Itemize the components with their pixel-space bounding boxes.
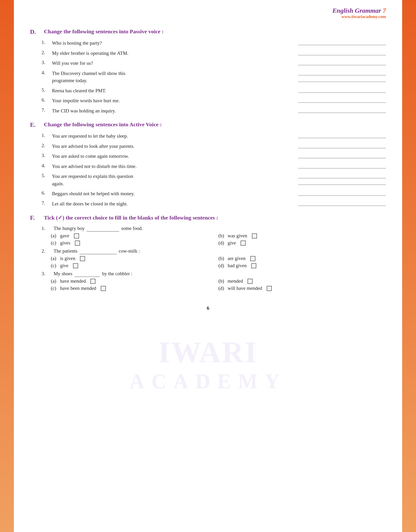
list-item: 7. The CID was holding an inquiry. — [42, 107, 386, 115]
answer-line — [298, 200, 386, 206]
option-checkbox[interactable] — [101, 286, 106, 291]
option-checkbox[interactable] — [80, 256, 85, 261]
q-text: You are requested to explain this questi… — [52, 173, 293, 187]
answer-line — [298, 87, 386, 93]
answer-lines — [298, 107, 386, 113]
answer-lines — [298, 70, 386, 82]
option-label: (c) — [51, 285, 58, 291]
option-label: (b) — [218, 256, 225, 261]
q-number: 5. — [42, 87, 52, 93]
option-text: have been mended — [60, 285, 96, 291]
q-text: You are advised to look after your paren… — [52, 143, 293, 150]
option-checkbox[interactable] — [90, 279, 95, 284]
mcq-option: (b) was given — [218, 233, 386, 239]
title-number: 7 — [383, 7, 386, 14]
mcq-q3: 3. My shoes by the cobbler : (a) have me… — [30, 271, 386, 291]
q-text: You are asked to come again tomorrow. — [52, 153, 293, 160]
option-text: was given — [228, 233, 247, 239]
answer-line — [298, 143, 386, 148]
header-title: English Grammar 7 — [30, 7, 386, 14]
q-text-part1: My shoes by the cobbler : — [54, 271, 132, 277]
option-text: give — [60, 263, 68, 269]
option-label: (a) — [51, 278, 58, 284]
q-number: 2. — [42, 143, 52, 148]
answer-line — [298, 50, 386, 55]
q-number: 2. — [42, 50, 52, 56]
q-text-part1: The hungry boy some food. — [54, 225, 143, 232]
option-checkbox[interactable] — [247, 279, 253, 284]
section-e-title: Change the following sentences into Acti… — [44, 121, 162, 128]
mcq-q1-options: (a) gave (b) was given (c) gives (d) giv… — [51, 233, 386, 246]
q-number: 7. — [42, 107, 52, 113]
option-checkbox[interactable] — [252, 233, 257, 239]
section-e-letter: E. — [30, 121, 39, 128]
answer-lines — [298, 200, 386, 206]
q-text: The Discovery channel will show this pro… — [52, 70, 293, 84]
q-number: 7. — [42, 200, 52, 206]
option-checkbox[interactable] — [251, 263, 256, 268]
blank-field — [75, 271, 100, 277]
mcq-q3-text: 3. My shoes by the cobbler : — [42, 271, 386, 277]
option-text: have mended — [60, 278, 86, 284]
q-number: 3. — [42, 271, 51, 277]
q-text: Beggars should not be helped with money. — [52, 190, 293, 198]
option-text: gave — [60, 233, 69, 239]
page-content: English Grammar 7 www.tiwariacademy.com … — [16, 0, 400, 532]
answer-lines — [298, 87, 386, 93]
option-checkbox[interactable] — [74, 233, 79, 239]
section-d-title: Change the following sentences into Pass… — [44, 29, 164, 35]
mcq-q2: 2. The patients cow-milk : (a) is given … — [30, 248, 386, 269]
option-checkbox[interactable] — [75, 241, 80, 246]
list-item: 1. Who is hosting the party? — [42, 39, 386, 47]
mcq-option: (c) gives — [51, 240, 218, 246]
answer-line — [298, 39, 386, 45]
answer-lines — [298, 50, 386, 55]
list-item: 3. Will you vote for us? — [42, 60, 386, 67]
option-checkbox[interactable] — [250, 256, 255, 261]
mcq-option: (b) mended — [218, 278, 386, 284]
page-header: English Grammar 7 www.tiwariacademy.com — [30, 7, 386, 21]
q-text: Reena has cleared the PMT. — [52, 87, 293, 95]
option-text: had given — [228, 263, 246, 269]
answer-lines — [298, 190, 386, 196]
section-e-heading: E. Change the following sentences into A… — [30, 121, 386, 128]
answer-lines — [298, 133, 386, 138]
q-number: 5. — [42, 173, 52, 179]
section-d-heading: D. Change the following sentences into P… — [30, 29, 386, 35]
option-checkbox[interactable] — [241, 241, 246, 246]
option-label: (b) — [218, 233, 225, 239]
q-number: 2. — [42, 248, 51, 254]
option-text: gives — [60, 240, 70, 246]
answer-lines — [298, 97, 386, 103]
list-item: 1. You are requested to let the baby sle… — [42, 133, 386, 140]
blank-field — [87, 225, 119, 232]
list-item: 5. You are requested to explain this que… — [42, 173, 386, 187]
q-number: 6. — [42, 97, 52, 103]
list-item: 5. Reena has cleared the PMT. — [42, 87, 386, 95]
q-number: 1. — [42, 133, 52, 138]
q-text: Your impolite words have hurt me. — [52, 97, 293, 105]
list-item: 2. You are advised to look after your pa… — [42, 143, 386, 150]
answer-line — [298, 76, 386, 82]
option-checkbox[interactable] — [73, 263, 78, 268]
q-text: The CID was holding an inquiry. — [52, 107, 293, 115]
option-text: are given — [228, 256, 246, 261]
q-number: 4. — [42, 163, 52, 169]
option-checkbox[interactable] — [267, 286, 272, 291]
answer-line — [298, 179, 386, 185]
answer-lines — [298, 143, 386, 148]
section-d: D. Change the following sentences into P… — [30, 29, 386, 115]
answer-lines — [298, 153, 386, 158]
watermark-line1: IWARI — [129, 335, 287, 369]
mcq-q2-options: (a) is given (b) are given (c) give (d) … — [51, 256, 386, 269]
watermark: IWARI ACADEMY — [129, 335, 287, 393]
q-number: 3. — [42, 60, 52, 66]
option-label: (a) — [51, 233, 58, 239]
mcq-option: (c) have been mended — [51, 285, 218, 291]
option-text: give — [228, 240, 236, 246]
section-d-questions: 1. Who is hosting the party? 2. My elder… — [42, 39, 386, 115]
q-text: You are requested to let the baby sleep. — [52, 133, 293, 140]
answer-lines — [298, 163, 386, 168]
q-number: 3. — [42, 153, 52, 158]
title-text: English Grammar — [332, 7, 381, 14]
